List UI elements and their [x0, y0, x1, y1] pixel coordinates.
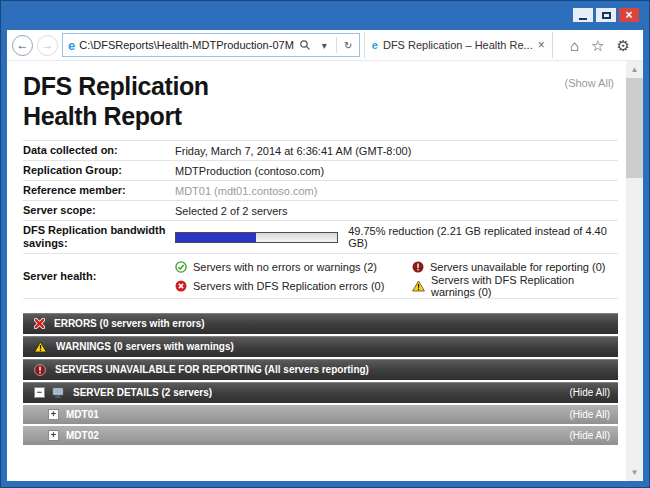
- field-label: Server scope:: [23, 204, 175, 217]
- home-icon[interactable]: ⌂: [570, 38, 579, 53]
- expand-expander-icon[interactable]: +: [48, 430, 59, 441]
- error-x-icon: [34, 318, 45, 329]
- forward-button[interactable]: →: [37, 35, 58, 56]
- minimize-button[interactable]: [573, 8, 593, 22]
- row-reference-member: Reference member: MDT01 (mdt01.contoso.c…: [23, 181, 618, 201]
- hide-all-link[interactable]: (Hide All): [569, 387, 610, 398]
- section-unavailable[interactable]: SERVERS UNAVAILABLE FOR REPORTING (All s…: [23, 359, 618, 380]
- field-label: Data collected on:: [23, 144, 175, 157]
- section-server-details[interactable]: − SERVER DETAILS (2 servers) (Hide All: [23, 382, 618, 403]
- address-bar[interactable]: e C:\DFSReports\Health-MDTProduction-07M…: [62, 33, 360, 57]
- refresh-icon: ↻: [344, 40, 352, 51]
- minimize-icon: [579, 18, 587, 20]
- bandwidth-text: 49.75% reduction (2.21 GB replicated ins…: [348, 225, 618, 249]
- report-sections: ERRORS (0 servers with errors) WARNINGS …: [23, 313, 618, 445]
- unavailable-circle-icon: [412, 261, 424, 273]
- address-divider: [336, 37, 337, 53]
- row-replication-group: Replication Group: MDTProduction (contos…: [23, 161, 618, 181]
- health-item-label: Servers with DFS Replication errors (0): [193, 280, 384, 292]
- title-line-2: Health Report: [23, 102, 182, 130]
- health-item-ok: Servers with no errors or warnings (2): [175, 261, 412, 273]
- section-label: WARNINGS (0 servers with warnings): [56, 341, 234, 352]
- tab-dfs-replication-health-report[interactable]: e DFS Replication – Health Re... ×: [364, 32, 553, 58]
- field-label: DFS Replication bandwidth savings:: [23, 224, 175, 250]
- title-line-1: DFS Replication: [23, 72, 209, 100]
- back-button[interactable]: ←: [12, 35, 33, 56]
- server-icon: [52, 387, 64, 399]
- vertical-scrollbar[interactable]: ▲ ▼: [626, 61, 643, 481]
- health-item-label: Servers with DFS Replication warnings (0…: [431, 274, 618, 298]
- address-dropdown-button[interactable]: ▾: [317, 35, 332, 55]
- maximize-icon: [602, 12, 611, 19]
- search-button[interactable]: [298, 35, 313, 55]
- section-label: SERVER DETAILS (2 servers): [73, 387, 212, 398]
- ie-icon: e: [68, 39, 75, 52]
- health-item-warnings: Servers with DFS Replication warnings (0…: [412, 274, 618, 298]
- address-text[interactable]: C:\DFSReports\Health-MDTProduction-07M: [79, 39, 294, 51]
- browser-toolbar: ← → e C:\DFSReports\Health-MDTProduction…: [7, 30, 643, 61]
- chevron-down-icon: ▾: [322, 40, 327, 51]
- favorites-star-icon[interactable]: ☆: [591, 38, 604, 53]
- hide-all-link[interactable]: (Hide All): [569, 409, 610, 420]
- back-arrow-icon: ←: [17, 38, 29, 52]
- field-label: Replication Group:: [23, 164, 175, 177]
- server-row-mdt02[interactable]: + MDT02 (Hide All): [23, 426, 618, 445]
- report-page: (Show All) DFS Replication Health Report…: [7, 61, 626, 481]
- warning-triangle-icon: [34, 341, 47, 353]
- browser-window: × ← → e C:\DFSReports\Health-MDTProducti…: [0, 0, 650, 488]
- tab-title: DFS Replication – Health Re...: [383, 39, 533, 51]
- report-summary-table: Data collected on: Friday, March 7, 2014…: [23, 140, 618, 299]
- server-name: MDT02: [66, 430, 99, 441]
- settings-gear-icon[interactable]: ⚙: [617, 38, 630, 53]
- row-server-scope: Server scope: Selected 2 of 2 servers: [23, 201, 618, 221]
- scrollbar-thumb[interactable]: [626, 78, 643, 178]
- forward-arrow-icon: →: [42, 38, 54, 52]
- maximize-button[interactable]: [596, 8, 616, 22]
- show-all-link[interactable]: (Show All): [564, 77, 614, 89]
- field-value: Selected 2 of 2 servers: [175, 205, 618, 217]
- expand-expander-icon[interactable]: +: [48, 409, 59, 420]
- section-label: SERVERS UNAVAILABLE FOR REPORTING (All s…: [55, 364, 369, 375]
- tab-favicon-icon: e: [372, 40, 378, 51]
- health-item-label: Servers with no errors or warnings (2): [193, 261, 377, 273]
- tab-close-icon[interactable]: ×: [538, 39, 545, 51]
- field-value: MDTProduction (contoso.com): [175, 165, 618, 177]
- browser-actions: ⌂ ☆ ⚙: [570, 38, 638, 53]
- row-bandwidth-savings: DFS Replication bandwidth savings: 49.75…: [23, 221, 618, 254]
- bandwidth-progress-fill: [176, 233, 256, 242]
- field-label: Reference member:: [23, 184, 175, 197]
- unavailable-circle-icon: [34, 364, 46, 376]
- field-value: MDT01 (mdt01.contoso.com): [175, 185, 618, 197]
- scroll-up-icon[interactable]: ▲: [626, 61, 643, 78]
- refresh-button[interactable]: ↻: [341, 35, 356, 55]
- error-circle-icon: [175, 280, 187, 292]
- browser-client-area: ← → e C:\DFSReports\Health-MDTProduction…: [7, 30, 643, 481]
- server-name: MDT01: [66, 409, 99, 420]
- page-title: DFS Replication Health Report: [23, 71, 618, 131]
- close-icon: ×: [625, 9, 632, 21]
- scroll-down-icon[interactable]: ▼: [626, 464, 643, 481]
- bandwidth-value: 49.75% reduction (2.21 GB replicated ins…: [175, 225, 618, 249]
- field-value: Friday, March 7, 2014 at 6:36:41 AM (GMT…: [175, 145, 618, 157]
- health-item-errors: Servers with DFS Replication errors (0): [175, 280, 412, 292]
- row-server-health: Server health: Servers with no errors or…: [23, 254, 618, 299]
- section-label: ERRORS (0 servers with errors): [54, 318, 205, 329]
- collapse-expander-icon[interactable]: −: [34, 387, 45, 398]
- warning-triangle-icon: [412, 280, 425, 292]
- close-button[interactable]: ×: [619, 8, 639, 22]
- window-controls: ×: [573, 8, 639, 22]
- health-item-label: Servers unavailable for reporting (0): [430, 261, 605, 273]
- field-label: Server health:: [23, 270, 175, 283]
- server-row-mdt01[interactable]: + MDT01 (Hide All): [23, 405, 618, 424]
- hide-all-link[interactable]: (Hide All): [569, 430, 610, 441]
- row-data-collected: Data collected on: Friday, March 7, 2014…: [23, 141, 618, 161]
- section-errors[interactable]: ERRORS (0 servers with errors): [23, 313, 618, 334]
- search-icon: [299, 39, 311, 51]
- health-item-unavailable: Servers unavailable for reporting (0): [412, 261, 618, 273]
- section-warnings[interactable]: WARNINGS (0 servers with warnings): [23, 336, 618, 357]
- ok-circle-icon: [175, 261, 187, 273]
- bandwidth-progress-bar: [175, 232, 338, 243]
- server-health-grid: Servers with no errors or warnings (2) S…: [175, 257, 618, 295]
- page-content: (Show All) DFS Replication Health Report…: [7, 61, 643, 481]
